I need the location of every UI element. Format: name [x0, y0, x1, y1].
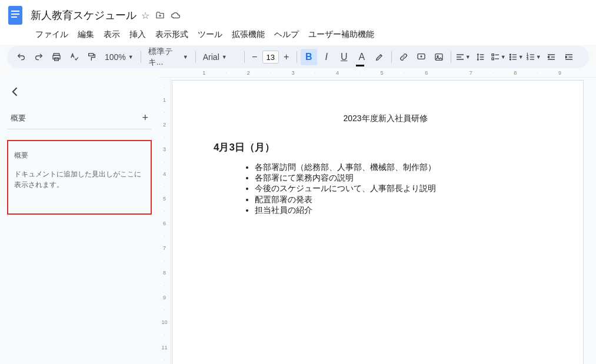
- separator: [244, 51, 245, 63]
- text-color-button[interactable]: A: [354, 49, 370, 65]
- title-row: 新人教育スケジュール ☆: [0, 4, 596, 26]
- list-item[interactable]: 各部署にて業務内容の説明: [255, 173, 542, 183]
- font-dropdown[interactable]: Arial▼: [199, 49, 241, 65]
- sidebar-header: 概要 +: [7, 107, 152, 129]
- undo-button[interactable]: [13, 49, 29, 65]
- svg-rect-0: [8, 6, 22, 25]
- svg-rect-12: [492, 58, 494, 59]
- print-button[interactable]: [48, 49, 65, 65]
- font-size-decrease-button[interactable]: −: [248, 51, 261, 64]
- move-icon[interactable]: [155, 11, 165, 20]
- highlight-button[interactable]: [371, 49, 388, 65]
- separator: [195, 51, 196, 63]
- add-comment-button[interactable]: [413, 49, 429, 65]
- horizontal-ruler[interactable]: ·1·2·3·4·5·6·7·8·9·10·11·12·13·14·15·16·…: [159, 68, 596, 78]
- font-size-increase-button[interactable]: +: [280, 51, 293, 64]
- menu-format[interactable]: 表示形式: [152, 27, 192, 42]
- menu-extensions[interactable]: 拡張機能: [228, 27, 268, 42]
- page-scroll-area[interactable]: 2023年度新入社員研修 4月3日（月） 各部署訪問（総務部、人事部、機械部、制…: [171, 78, 596, 364]
- document-wrapper: ·1·2·3·4·5·6·7·8·9·10·11·12 2023年度新入社員研修…: [159, 78, 596, 364]
- star-icon[interactable]: ☆: [141, 10, 149, 21]
- menu-bar: ファイル 編集 表示 挿入 表示形式 ツール 拡張機能 ヘルプ ユーザー補助機能: [0, 26, 596, 45]
- align-button[interactable]: ▼: [455, 49, 471, 65]
- bullet-list-button[interactable]: ▼: [508, 49, 524, 65]
- menu-tools[interactable]: ツール: [194, 27, 226, 42]
- svg-rect-7: [89, 54, 94, 56]
- cloud-status-icon[interactable]: [171, 11, 181, 20]
- svg-rect-1: [11, 11, 19, 12]
- sidebar-header-label: 概要: [11, 113, 26, 123]
- svg-text:3: 3: [527, 58, 528, 61]
- separator: [141, 51, 141, 63]
- redo-button[interactable]: [31, 49, 47, 65]
- doc-title-text[interactable]: 2023年度新入社員研修: [229, 113, 542, 124]
- app-header: 新人教育スケジュール ☆ ファイル 編集 表示 挿入 表示形式 ツール 拡張機能…: [0, 0, 596, 45]
- menu-help[interactable]: ヘルプ: [271, 27, 302, 42]
- paint-format-button[interactable]: [84, 49, 100, 65]
- outline-title: 概要: [14, 151, 145, 161]
- docs-logo-icon[interactable]: [5, 5, 26, 26]
- italic-button[interactable]: I: [318, 49, 335, 65]
- menu-edit[interactable]: 編集: [74, 27, 98, 42]
- numbered-list-button[interactable]: 123▼: [525, 49, 542, 65]
- toolbar: 100%▼ 標準テキ...▼ Arial▼ − + B I U A ▼ ▼ ▼ …: [7, 46, 589, 68]
- list-item[interactable]: 配置部署の発表: [255, 195, 542, 205]
- doc-bullet-list[interactable]: 各部署訪問（総務部、人事部、機械部、制作部）各部署にて業務内容の説明今後のスケジ…: [229, 162, 542, 216]
- menu-file[interactable]: ファイル: [32, 27, 72, 42]
- bold-button[interactable]: B: [301, 49, 317, 65]
- checklist-button[interactable]: ▼: [490, 49, 507, 65]
- separator: [391, 51, 392, 63]
- list-item[interactable]: 各部署訪問（総務部、人事部、機械部、制作部）: [255, 162, 542, 173]
- svg-point-13: [510, 54, 511, 55]
- separator: [297, 51, 297, 63]
- svg-rect-2: [11, 14, 19, 15]
- menu-insert[interactable]: 挿入: [126, 27, 149, 42]
- svg-point-10: [437, 56, 438, 57]
- list-item[interactable]: 今後のスケジュールについて、人事部長より説明: [255, 183, 542, 194]
- separator: [451, 51, 451, 63]
- insert-image-button[interactable]: [431, 49, 447, 65]
- vertical-ruler[interactable]: ·1·2·3·4·5·6·7·8·9·10·11·12: [159, 78, 171, 364]
- line-spacing-button[interactable]: [472, 49, 489, 65]
- outline-empty-box: 概要 ドキュメントに追加した見出しがここに表示されます。: [7, 140, 152, 215]
- document-title[interactable]: 新人教育スケジュール: [31, 8, 136, 22]
- underline-button[interactable]: U: [336, 49, 352, 65]
- insert-link-button[interactable]: [395, 49, 412, 65]
- svg-rect-11: [492, 54, 494, 56]
- title-icons: ☆: [141, 10, 181, 21]
- font-size-control: − +: [248, 51, 293, 64]
- font-value: Arial: [203, 52, 219, 62]
- style-value: 標準テキ...: [148, 46, 181, 68]
- zoom-value: 100%: [105, 52, 126, 62]
- svg-rect-3: [11, 16, 17, 18]
- spellcheck-button[interactable]: [66, 49, 82, 65]
- document-page[interactable]: 2023年度新入社員研修 4月3日（月） 各部署訪問（総務部、人事部、機械部、制…: [172, 80, 584, 364]
- indent-decrease-button[interactable]: [543, 49, 560, 65]
- main-area: 概要 + 概要 ドキュメントに追加した見出しがここに表示されます。 ·1·2·3…: [0, 78, 596, 364]
- svg-point-15: [510, 59, 511, 60]
- sidebar-add-button[interactable]: +: [142, 112, 148, 124]
- list-item[interactable]: 担当社員の紹介: [255, 205, 542, 216]
- style-dropdown[interactable]: 標準テキ...▼: [145, 49, 192, 65]
- svg-point-14: [510, 56, 511, 58]
- zoom-dropdown[interactable]: 100%▼: [101, 49, 137, 65]
- svg-rect-5: [53, 55, 60, 59]
- outline-sidebar: 概要 + 概要 ドキュメントに追加した見出しがここに表示されます。: [0, 78, 159, 364]
- doc-heading[interactable]: 4月3日（月）: [214, 141, 542, 154]
- outline-empty-text: ドキュメントに追加した見出しがここに表示されます。: [14, 169, 145, 190]
- indent-increase-button[interactable]: [561, 49, 577, 65]
- menu-view[interactable]: 表示: [100, 27, 124, 42]
- sidebar-back-button[interactable]: [7, 84, 24, 100]
- menu-accessibility[interactable]: ユーザー補助機能: [305, 27, 378, 42]
- font-size-input[interactable]: [262, 51, 279, 64]
